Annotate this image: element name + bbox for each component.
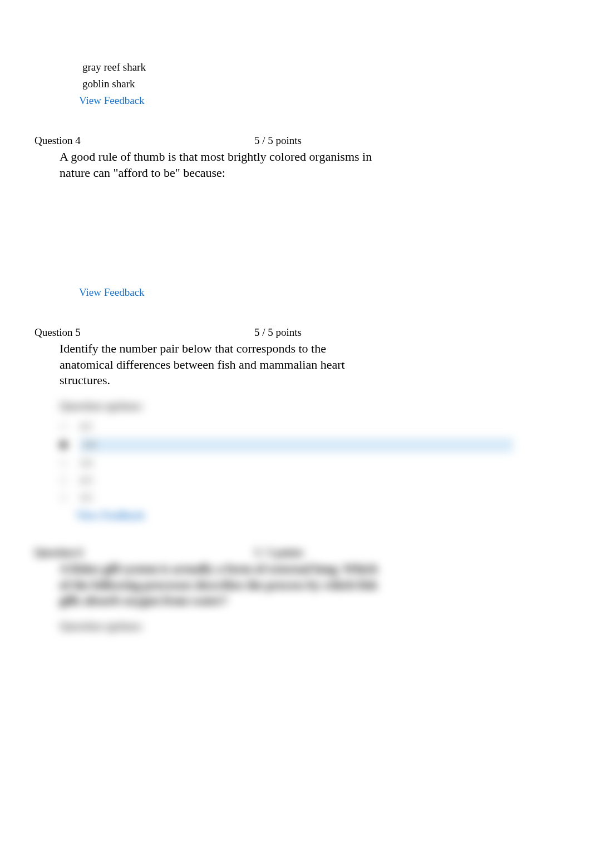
question-6-points: 5 / 5 points (254, 547, 303, 559)
question-6-label: Question 6 (35, 547, 254, 559)
option-row-2[interactable]: 3/4 (60, 458, 535, 469)
question-4-points: 5 / 5 points (254, 135, 302, 147)
radio-icon (60, 494, 67, 502)
option-row-3[interactable]: 4/3 (60, 475, 535, 487)
option-text-0: 4/2 (80, 421, 92, 433)
radio-icon (60, 477, 67, 484)
question-5-options-blurred: Question options: 4/2 2/4 3/4 4/3 3/2 (60, 400, 535, 633)
radio-filled-icon (60, 441, 67, 449)
selected-option-highlight: 2/4 (80, 438, 513, 452)
question-4-header: Question 4 5 / 5 points (35, 135, 535, 147)
view-feedback-button-q4[interactable]: View Feedback (79, 286, 535, 299)
question-5-points: 5 / 5 points (254, 326, 302, 339)
view-feedback-button-q5[interactable]: View Feedback (76, 509, 535, 522)
question-5-header: Question 5 5 / 5 points (35, 326, 535, 339)
option-text-4: 3/2 (80, 492, 92, 504)
question-6-options-label: Question options: (60, 620, 535, 633)
question-6-header: Question 6 5 / 5 points (35, 547, 535, 559)
question-6-text: A fishes gill system is actually a form … (60, 561, 382, 609)
question-options-label: Question options: (60, 400, 535, 413)
view-feedback-button-q3[interactable]: View Feedback (79, 95, 535, 107)
question-4-label: Question 4 (35, 135, 254, 147)
question-5-label: Question 5 (35, 326, 254, 339)
option-gray-reef-shark: gray reef shark (82, 61, 535, 73)
radio-icon (60, 423, 67, 430)
option-text-2: 3/4 (80, 458, 92, 469)
option-goblin-shark: goblin shark (82, 78, 535, 90)
option-row-4[interactable]: 3/2 (60, 492, 535, 504)
option-row-1[interactable]: 2/4 (60, 438, 535, 452)
question-4-text: A good rule of thumb is that most bright… (60, 149, 382, 181)
question-5-text: Identify the number pair below that corr… (60, 341, 382, 389)
option-row-0[interactable]: 4/2 (60, 421, 535, 433)
radio-icon (60, 459, 67, 467)
option-text-1: 2/4 (83, 439, 96, 450)
option-text-3: 4/3 (80, 475, 92, 487)
